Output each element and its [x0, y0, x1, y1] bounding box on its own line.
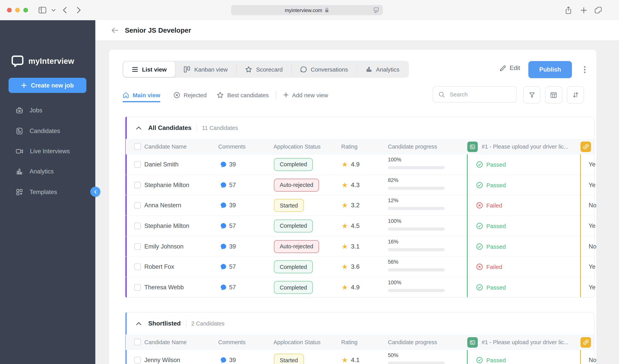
view-tab-rejected[interactable]: Rejected — [173, 92, 207, 99]
star-icon: ★ — [342, 263, 348, 270]
row-checkbox[interactable] — [134, 182, 141, 188]
create-new-job-button[interactable]: Create new job — [9, 78, 86, 93]
sidebar-collapse-button[interactable] — [90, 187, 100, 197]
search-icon — [438, 91, 445, 98]
candidate-name[interactable]: Anna Nestern — [144, 202, 181, 209]
share-icon[interactable] — [565, 0, 572, 20]
comment-bubble-icon[interactable] — [220, 202, 227, 209]
column-header-comments: Comments — [218, 144, 245, 150]
collapse-group-icon[interactable] — [136, 322, 142, 325]
sidebar-toggle-icon[interactable] — [39, 0, 46, 20]
comment-count: 39 — [229, 202, 236, 209]
app-logo[interactable]: myInterview — [10, 54, 74, 68]
comment-bubble-icon[interactable] — [220, 243, 227, 250]
tab-overview-icon[interactable] — [594, 0, 602, 20]
filter-button[interactable] — [523, 86, 540, 103]
sidebar-item-templates[interactable]: Templates — [0, 182, 95, 202]
row-checkbox[interactable] — [134, 243, 141, 250]
edit-button[interactable]: Edit — [500, 65, 520, 72]
select-all-checkbox[interactable] — [134, 143, 141, 150]
plus-icon — [21, 82, 27, 88]
tab-kanban-view[interactable]: Kanban view — [175, 61, 236, 77]
tab-conversations[interactable]: Conversations — [292, 61, 357, 77]
tab-scorecard[interactable]: Scorecard — [237, 61, 291, 77]
view-tab-main[interactable]: Main view — [123, 92, 160, 99]
search-input[interactable] — [449, 91, 513, 98]
candidate-row[interactable]: Stephanie Milton 57 Auto-rejected ★ 4.3 … — [126, 175, 594, 195]
lock-icon — [324, 7, 329, 13]
progress-bar — [388, 362, 445, 364]
row-checkbox[interactable] — [134, 357, 141, 364]
q1-answer: Passed — [476, 182, 506, 188]
page-title: Senior JS Developer — [125, 26, 191, 34]
close-window-button[interactable] — [7, 8, 12, 13]
candidate-name[interactable]: Stephanie Milton — [144, 181, 189, 189]
candidate-row[interactable]: Theresa Webb 57 Completed ★ 4.9 100% Pas… — [126, 277, 594, 298]
column-header-name: Candidate Name — [144, 339, 187, 345]
add-new-view-button[interactable]: Add new view — [283, 92, 328, 99]
sort-button[interactable] — [567, 86, 584, 103]
rating-value: 4.1 — [351, 357, 360, 364]
back-arrow-icon[interactable] — [111, 27, 119, 33]
sidebar-item-label: Jobs — [29, 107, 42, 114]
browser-back-button[interactable] — [63, 0, 67, 20]
new-tab-icon[interactable] — [580, 0, 587, 20]
tab-analytics[interactable]: Analytics — [357, 61, 408, 77]
candidate-row[interactable]: Jenny Wilson 39 Started ★ 4.1 50% Passed… — [126, 350, 594, 364]
row-checkbox[interactable] — [134, 284, 141, 291]
zoom-window-button[interactable] — [23, 8, 28, 13]
sidebar-item-candidates[interactable]: Candidates — [0, 121, 95, 141]
comment-bubble-icon[interactable] — [220, 181, 227, 189]
sidebar-item-jobs[interactable]: Jobs — [0, 100, 95, 121]
progress-bar — [388, 166, 445, 169]
browser-forward-button[interactable] — [77, 0, 81, 20]
sidebar-nav: Jobs Candidates Live Interviews Analytic… — [0, 100, 95, 202]
check-x-circles-icon — [582, 143, 589, 150]
star-icon: ★ — [342, 243, 348, 250]
address-bar[interactable]: myinterview.com — [231, 5, 383, 15]
column-header-name: Candidate Name — [144, 144, 187, 150]
progress-percent: 100% — [388, 218, 401, 224]
rating-value: 4.3 — [351, 181, 360, 189]
reader-mode-icon[interactable] — [373, 7, 379, 13]
more-options-button[interactable] — [580, 65, 590, 75]
candidate-row[interactable]: Emily Johnson 39 Auto-rejected ★ 3.1 16%… — [126, 236, 594, 257]
progress-bar — [388, 207, 445, 210]
column-header-status: Applocation Status — [273, 144, 321, 150]
columns-button[interactable] — [545, 86, 562, 103]
column-header-status: Applocation Status — [273, 339, 321, 345]
minimize-window-button[interactable] — [15, 8, 20, 13]
view-tab-best-candidates[interactable]: Best candidates — [217, 92, 269, 99]
candidate-name[interactable]: Daniel Smith — [144, 161, 179, 168]
comment-bubble-icon[interactable] — [220, 161, 227, 168]
row-checkbox[interactable] — [134, 202, 141, 209]
candidate-name[interactable]: Robert Fox — [144, 263, 174, 270]
progress-percent: 82% — [388, 177, 398, 183]
comment-bubble-icon[interactable] — [220, 357, 227, 364]
table-columns-icon — [550, 92, 557, 98]
comment-bubble-icon[interactable] — [220, 222, 227, 229]
candidate-row[interactable]: Anna Nestern 39 Started ★ 3.2 12% Failed… — [126, 195, 594, 216]
candidate-rows: Daniel Smith 39 Completed ★ 4.9 100% Pas… — [126, 154, 594, 298]
collapse-group-icon[interactable] — [136, 126, 142, 130]
chevron-down-icon[interactable] — [51, 0, 56, 20]
sidebar-item-label: Live Interviews — [30, 148, 70, 155]
candidate-row[interactable]: Robert Fox 57 Completed ★ 3.6 56% Failed… — [126, 257, 594, 277]
publish-button[interactable]: Publish — [528, 61, 572, 78]
comment-bubble-icon[interactable] — [220, 284, 227, 291]
candidate-name[interactable]: Jenny Wilson — [144, 357, 180, 364]
tab-list-view[interactable]: List view — [123, 61, 175, 77]
row-checkbox[interactable] — [134, 161, 141, 168]
row-checkbox[interactable] — [134, 223, 141, 229]
candidate-name[interactable]: Stephanie Milton — [144, 222, 189, 229]
candidate-row[interactable]: Daniel Smith 39 Completed ★ 4.9 100% Pas… — [126, 154, 594, 175]
comment-bubble-icon[interactable] — [220, 263, 227, 270]
sidebar-item-live-interviews[interactable]: Live Interviews — [0, 141, 95, 162]
candidate-row[interactable]: Stephanie Milton 57 Completed ★ 4.5 100%… — [126, 216, 594, 236]
select-all-checkbox[interactable] — [134, 339, 141, 345]
sidebar-item-analytics[interactable]: Analytics — [0, 162, 95, 182]
question-2-column-line — [580, 350, 581, 364]
row-checkbox[interactable] — [134, 264, 141, 270]
candidate-name[interactable]: Theresa Webb — [144, 284, 184, 291]
candidate-name[interactable]: Emily Johnson — [144, 243, 184, 250]
